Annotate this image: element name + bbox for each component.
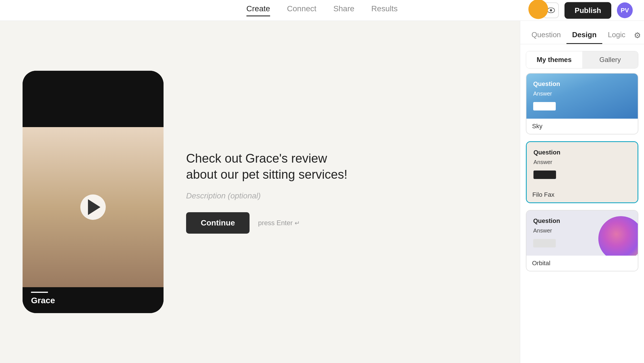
press-enter-text: press Enter ↵ [258, 219, 299, 227]
theme-card-orbital[interactable]: Question Answer Orbital [526, 210, 638, 271]
form-description: Description (optional) [186, 191, 355, 200]
nav-tab-results[interactable]: Results [371, 4, 398, 16]
theme-card-filo-fax[interactable]: Question Answer Filo Fax [526, 141, 638, 203]
phone-bottom: Grace [23, 287, 164, 313]
filo-theme-label: Filo Fax [527, 187, 638, 202]
nav-right: Publish PV [543, 2, 633, 19]
nav-tabs: Create Connect Share Results [246, 4, 398, 16]
avatar[interactable]: PV [617, 3, 633, 18]
gear-icon[interactable]: ⚙ [631, 28, 644, 43]
sidebar-tab-logic[interactable]: Logic [602, 26, 631, 44]
phone-mockup: Grace [23, 71, 164, 313]
svg-point-1 [550, 9, 552, 12]
sky-question-label: Question [533, 80, 631, 88]
publish-button[interactable]: Publish [564, 2, 611, 19]
play-button[interactable] [80, 194, 106, 220]
gallery-button[interactable]: Gallery [582, 51, 638, 68]
enter-key-icon: ↵ [295, 220, 300, 227]
orbital-btn-demo [533, 239, 556, 247]
my-themes-button[interactable]: My themes [526, 51, 582, 68]
form-title: Check out Grace's review about our pet s… [186, 150, 355, 182]
right-sidebar: Question Design Logic ⚙ My themes Galler… [520, 21, 644, 363]
theme-cards: Question Answer Sky Question Answer Filo… [520, 73, 644, 280]
form-content: Check out Grace's review about our pet s… [186, 150, 355, 234]
sidebar-tabs: Question Design Logic ⚙ [520, 21, 644, 44]
sky-btn-demo [533, 102, 556, 110]
theme-card-sky[interactable]: Question Answer Sky [526, 73, 638, 134]
theme-toggle: My themes Gallery [526, 51, 638, 68]
theme-preview-filo-fax: Question Answer [527, 142, 638, 187]
sky-answer-label: Answer [533, 90, 631, 97]
theme-preview-sky: Question Answer [526, 74, 638, 119]
phone-video [23, 127, 164, 287]
orbital-theme-label: Orbital [526, 256, 638, 271]
top-nav: Create Connect Share Results Publish PV [0, 0, 644, 21]
filo-btn-demo [533, 171, 556, 179]
nav-tab-connect[interactable]: Connect [287, 4, 316, 16]
sidebar-tab-question[interactable]: Question [526, 26, 566, 44]
sky-theme-label: Sky [526, 119, 638, 134]
main-body: Grace Check out Grace's review about our… [0, 21, 644, 363]
continue-button[interactable]: Continue [186, 212, 250, 234]
phone-name-line [31, 292, 48, 293]
content-area: Grace Check out Grace's review about our… [0, 21, 520, 363]
nav-tab-share[interactable]: Share [333, 4, 354, 16]
form-actions: Continue press Enter ↵ [186, 212, 355, 234]
filo-question-label: Question [533, 149, 631, 156]
sidebar-tab-design[interactable]: Design [566, 26, 602, 44]
theme-preview-orbital: Question Answer [526, 211, 638, 256]
play-icon [88, 199, 100, 215]
phone-top [23, 71, 164, 127]
filo-answer-label: Answer [533, 159, 631, 165]
phone-person-name: Grace [31, 296, 155, 305]
notification-badge [528, 0, 548, 19]
nav-tab-create[interactable]: Create [246, 4, 270, 16]
